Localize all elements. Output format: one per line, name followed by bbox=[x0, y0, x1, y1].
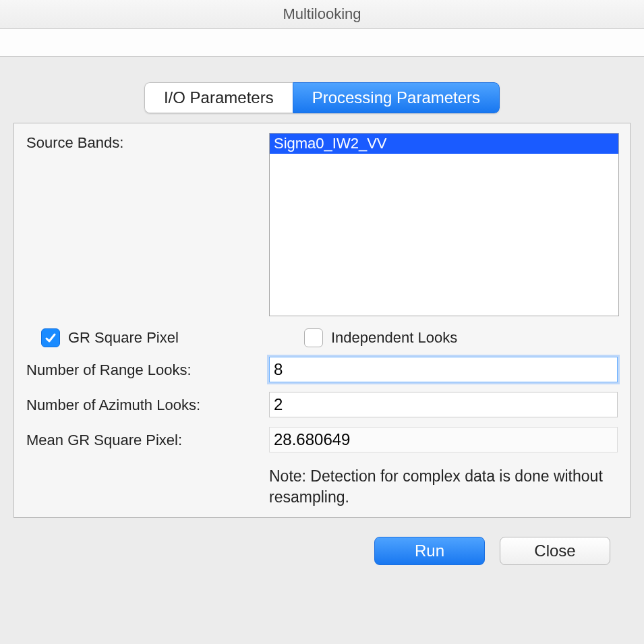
run-button[interactable]: Run bbox=[374, 537, 485, 565]
independent-looks-label: Independent Looks bbox=[331, 329, 457, 347]
tab-processing-parameters[interactable]: Processing Parameters bbox=[293, 82, 500, 113]
gr-square-pixel-label: GR Square Pixel bbox=[68, 329, 179, 347]
range-looks-input[interactable] bbox=[269, 357, 618, 382]
window-title: Multilooking bbox=[0, 0, 644, 29]
independent-looks-checkbox[interactable] bbox=[304, 328, 323, 347]
note-text: Note: Detection for complex data is done… bbox=[269, 466, 618, 508]
range-looks-label: Number of Range Looks: bbox=[26, 360, 269, 379]
source-bands-list[interactable]: Sigma0_IW2_VV bbox=[269, 133, 619, 316]
azimuth-looks-label: Number of Azimuth Looks: bbox=[26, 395, 269, 414]
mean-gr-label: Mean GR Square Pixel: bbox=[26, 430, 269, 449]
azimuth-looks-input[interactable] bbox=[269, 392, 618, 417]
toolbar-strip bbox=[0, 29, 644, 57]
source-bands-label: Source Bands: bbox=[26, 133, 269, 152]
mean-gr-input[interactable] bbox=[269, 427, 618, 452]
processing-panel: Source Bands: Sigma0_IW2_VV GR Square Pi… bbox=[13, 123, 631, 518]
gr-square-pixel-checkbox[interactable] bbox=[41, 328, 60, 347]
tab-io-parameters[interactable]: I/O Parameters bbox=[144, 82, 293, 113]
tab-bar: I/O Parameters Processing Parameters bbox=[13, 82, 631, 113]
close-button[interactable]: Close bbox=[500, 537, 610, 565]
source-band-item[interactable]: Sigma0_IW2_VV bbox=[270, 134, 618, 154]
